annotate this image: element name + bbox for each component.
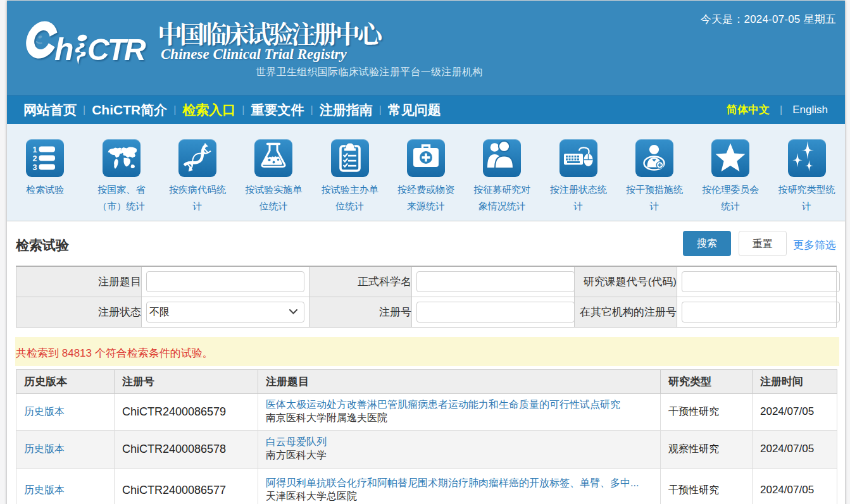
svg-text:h: h xyxy=(54,32,73,67)
svg-text:1: 1 xyxy=(33,145,37,154)
svg-text:2: 2 xyxy=(33,154,37,163)
svg-text:3: 3 xyxy=(33,163,37,172)
svg-text:CTR: CTR xyxy=(87,33,146,66)
